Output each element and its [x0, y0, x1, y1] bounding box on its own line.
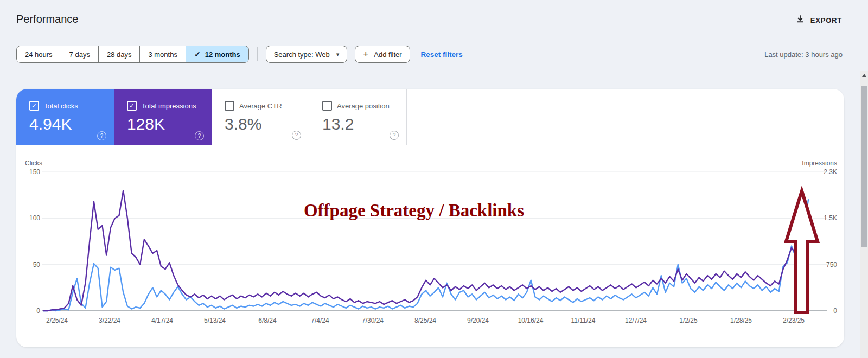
time-range-chip-7-days[interactable]: 7 days	[61, 46, 98, 62]
metric-label-row: ✓Total clicks	[29, 101, 78, 111]
x-axis-label: 4/17/24	[151, 317, 173, 324]
checkbox-icon[interactable]	[322, 101, 332, 111]
x-axis-label: 7/30/24	[362, 317, 384, 324]
add-filter-button[interactable]: + Add filter	[355, 46, 410, 63]
metric-tile-average-position[interactable]: Average position13.2?	[309, 89, 407, 145]
export-button[interactable]: EXPORT	[795, 14, 842, 26]
performance-card: ✓Total clicks4.94K?✓Total impressions128…	[16, 89, 844, 347]
left-axis-tick: 0	[36, 307, 40, 315]
left-axis-title: Clicks	[25, 159, 42, 167]
search-type-dropdown[interactable]: Search type: Web ▾	[266, 46, 348, 63]
x-axis-label: 8/25/24	[414, 317, 436, 324]
left-axis-tick: 150	[29, 168, 40, 176]
left-axis-tick: 100	[29, 214, 40, 222]
chevron-down-icon: ▾	[336, 51, 340, 58]
metric-tile-total-clicks[interactable]: ✓Total clicks4.94K?	[16, 89, 114, 145]
plus-icon: +	[363, 49, 368, 60]
filter-bar: 24 hours7 days28 days3 months✓12 months …	[16, 46, 843, 63]
metric-value: 13.2	[322, 115, 354, 133]
right-axis-tick: 0	[833, 307, 837, 315]
x-axis-label: 3/22/24	[99, 317, 120, 324]
help-icon[interactable]: ?	[195, 131, 204, 140]
metric-label: Total impressions	[142, 102, 196, 110]
time-range-label: 7 days	[69, 50, 90, 59]
right-axis-title: Impressions	[802, 159, 837, 167]
x-axis-label: 1/2/25	[679, 317, 698, 324]
help-icon[interactable]: ?	[97, 131, 106, 140]
search-type-label: Search type: Web	[274, 50, 330, 59]
metric-label: Average CTR	[239, 102, 282, 110]
filter-separator	[257, 47, 258, 61]
help-icon[interactable]: ?	[292, 131, 301, 140]
export-label: EXPORT	[810, 16, 842, 24]
add-filter-label: Add filter	[374, 50, 401, 59]
left-axis-tick: 50	[33, 261, 41, 268]
scrollbar[interactable]	[860, 71, 868, 358]
x-axis-label: 10/16/24	[518, 317, 544, 324]
chart-svg: Clicks150100500Impressions2.3K1.5K75002/…	[16, 155, 844, 339]
x-axis-label: 9/20/24	[467, 317, 489, 324]
time-range-chip-3-months[interactable]: 3 months	[139, 46, 185, 62]
reset-filters-link[interactable]: Reset filters	[421, 50, 463, 59]
help-icon[interactable]: ?	[390, 131, 399, 140]
metric-label: Total clicks	[44, 102, 78, 110]
x-axis-label: 5/13/24	[204, 317, 226, 324]
performance-chart[interactable]: Clicks150100500Impressions2.3K1.5K75002/…	[16, 155, 844, 339]
metric-tiles: ✓Total clicks4.94K?✓Total impressions128…	[16, 89, 407, 145]
check-icon: ✓	[194, 50, 201, 59]
x-axis-label: 12/7/24	[625, 317, 647, 324]
time-range-label: 12 months	[205, 50, 240, 59]
last-update-text: Last update: 3 hours ago	[764, 50, 843, 59]
date-range-group: 24 hours7 days28 days3 months✓12 months	[16, 46, 249, 63]
download-icon	[795, 14, 805, 26]
right-axis-tick: 2.3K	[824, 168, 837, 176]
time-range-label: 3 months	[148, 50, 177, 59]
checkbox-icon[interactable]: ✓	[127, 101, 137, 111]
scrollbar-up-arrow-icon[interactable]	[862, 74, 866, 77]
time-range-chip-28-days[interactable]: 28 days	[98, 46, 140, 62]
x-axis-label: 2/25/24	[46, 317, 68, 324]
x-axis-label: 7/4/24	[311, 317, 329, 324]
metric-value: 3.8%	[225, 115, 261, 133]
header-divider	[0, 34, 868, 34]
right-axis-tick: 1.5K	[824, 214, 837, 222]
x-axis-label: 11/11/24	[571, 317, 596, 324]
annotation-text: Offpage Strategy / Backlinks	[304, 201, 524, 220]
x-axis-label: 2/23/25	[783, 317, 805, 324]
metric-label-row: Average position	[322, 101, 390, 111]
metric-label-row: Average CTR	[225, 101, 282, 111]
x-axis-label: 1/28/25	[730, 317, 752, 324]
metric-label-row: ✓Total impressions	[127, 101, 196, 111]
x-axis-label: 6/8/24	[258, 317, 277, 324]
time-range-label: 24 hours	[25, 50, 53, 59]
checkbox-icon[interactable]	[225, 101, 234, 111]
page-title: Performance	[16, 13, 79, 25]
metric-value: 4.94K	[29, 115, 72, 133]
checkbox-icon[interactable]: ✓	[29, 101, 39, 111]
time-range-label: 28 days	[107, 50, 132, 59]
time-range-chip-24-hours[interactable]: 24 hours	[17, 46, 61, 62]
scrollbar-thumb[interactable]	[861, 86, 867, 247]
metric-label: Average position	[337, 102, 390, 110]
metric-value: 128K	[127, 115, 165, 133]
metric-tile-total-impressions[interactable]: ✓Total impressions128K?	[114, 89, 212, 145]
time-range-chip-12-months[interactable]: ✓12 months	[186, 46, 248, 62]
right-axis-tick: 750	[826, 261, 837, 268]
metric-tile-average-ctr[interactable]: Average CTR3.8%?	[212, 89, 309, 145]
